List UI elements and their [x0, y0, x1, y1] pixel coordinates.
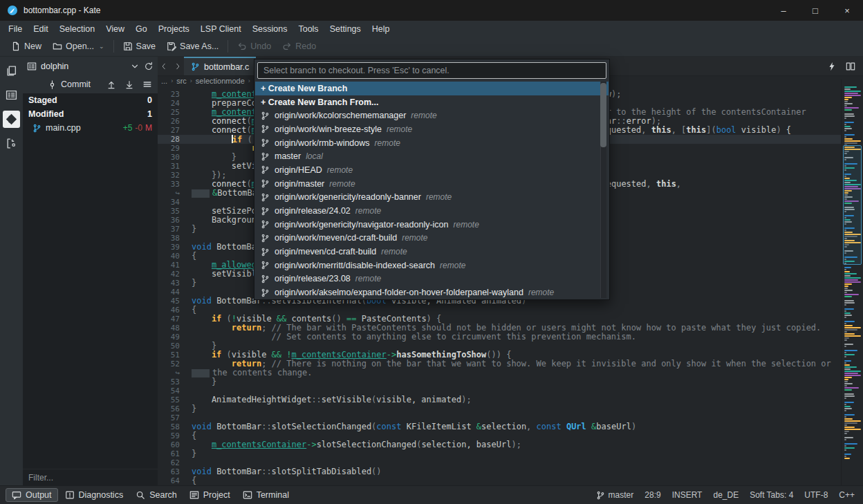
code-line[interactable]: 63void BottomBar::slotSplitTabDisabled(): [158, 467, 841, 476]
maximize-button[interactable]: □: [799, 0, 831, 21]
line-text: [184, 234, 192, 243]
split-view-icon[interactable]: [845, 62, 856, 71]
breadcrumb-item[interactable]: selectionmode: [196, 77, 245, 85]
tab-bottombar-cpp[interactable]: bottombar.c: [184, 57, 256, 75]
code-line[interactable]: 56}: [158, 404, 841, 413]
branch-name: origin/work/merritt/disable-indexed-sear…: [275, 261, 435, 270]
branch-item[interactable]: origin/masterremote: [255, 177, 609, 191]
tool-view-terminal[interactable]: Terminal: [237, 489, 295, 501]
create-new-branch[interactable]: + Create New Branch: [255, 82, 609, 95]
code-line[interactable]: 49 // Set contents to anything else to c…: [158, 333, 841, 342]
dock-git-icon[interactable]: [3, 111, 20, 128]
line-text: m_contentsContainer->slotSelectionChange…: [184, 440, 521, 449]
dock-symbols-icon[interactable]: [3, 135, 20, 152]
refresh-icon[interactable]: [144, 62, 154, 71]
tool-view-project[interactable]: Project: [184, 489, 236, 501]
save-button[interactable]: Save: [118, 39, 162, 54]
status-insert[interactable]: INSERT: [672, 490, 703, 500]
dock-file-list-icon[interactable]: [3, 86, 20, 104]
forward-icon[interactable]: [174, 62, 181, 71]
popup-scrollbar-thumb[interactable]: [600, 83, 606, 147]
new-button[interactable]: New: [6, 39, 47, 54]
code-line[interactable]: 60 m_contentsContainer->slotSelectionCha…: [158, 440, 841, 449]
branch-item[interactable]: origin/work/akselmo/expand-folder-on-hov…: [255, 286, 609, 299]
line-number: 35: [158, 207, 184, 216]
menu-file[interactable]: File: [3, 22, 28, 36]
line-number: 44: [158, 288, 184, 297]
tool-view-search[interactable]: Search: [130, 489, 183, 501]
menu-settings[interactable]: Settings: [324, 22, 366, 36]
redo-button[interactable]: Redo: [277, 39, 322, 54]
git-staged-row[interactable]: Staged0: [23, 93, 158, 107]
code-line[interactable]: 58void BottomBar::slotSelectionChanged(c…: [158, 422, 841, 431]
quick-open-icon[interactable]: [827, 62, 837, 71]
menu-help[interactable]: Help: [366, 22, 396, 36]
chevron-down-icon[interactable]: [130, 62, 140, 71]
push-icon[interactable]: [106, 80, 116, 89]
project-name[interactable]: dolphin: [41, 62, 68, 71]
menu-tools[interactable]: Tools: [293, 22, 324, 36]
code-line[interactable]: 55 AnimatedHeightWidget::setVisible(visi…: [158, 395, 841, 404]
menu-selection[interactable]: Selection: [54, 22, 100, 36]
code-line[interactable]: 53 }: [158, 377, 841, 386]
line-number: 29: [158, 144, 184, 153]
branch-item[interactable]: origin/release/23.08remote: [255, 272, 609, 286]
git-modified-row[interactable]: Modified1: [23, 107, 158, 121]
status-utf-8[interactable]: UTF-8: [804, 490, 828, 500]
status-soft-tabs-4[interactable]: Soft Tabs: 4: [750, 490, 793, 500]
git-branch-icon: [261, 274, 270, 283]
branch-item[interactable]: origin/work/rmb-windowsremote: [255, 136, 609, 150]
section-label: Modified: [28, 109, 64, 119]
code-line[interactable]: 61}: [158, 449, 841, 458]
branch-item[interactable]: origin/work/genericity/navigator-readonl…: [255, 218, 609, 232]
minimap-viewport[interactable]: [843, 145, 862, 265]
branch-item[interactable]: masterlocal: [255, 149, 609, 163]
menu-edit[interactable]: Edit: [28, 22, 54, 36]
branch-search-input[interactable]: Select branch to checkout. Press 'Esc' t…: [257, 62, 606, 79]
branch-item[interactable]: origin/work/kcolorschememanagerremote: [255, 109, 609, 122]
back-icon[interactable]: [160, 62, 167, 71]
branch-item[interactable]: origin/release/24.02remote: [255, 204, 609, 218]
pull-icon[interactable]: [124, 80, 134, 89]
branch-item[interactable]: origin/work/win-breeze-styleremote: [255, 122, 609, 136]
git-filter-input[interactable]: Filter...: [23, 469, 158, 485]
menu-view[interactable]: View: [100, 22, 130, 36]
menu-sessions[interactable]: Sessions: [247, 22, 293, 36]
branch-item[interactable]: origin/work/genericity/readonly-bannerre…: [255, 191, 609, 205]
status-de-de[interactable]: de_DE: [713, 490, 739, 500]
branch-item[interactable]: origin/work/meven/cd-craft-buildremote: [255, 232, 609, 245]
close-button[interactable]: ×: [831, 0, 863, 21]
undo-button[interactable]: Undo: [232, 39, 277, 54]
code-line[interactable]: ↪the contents change.: [158, 368, 841, 377]
minimap[interactable]: [841, 80, 863, 485]
section-count: 0: [147, 95, 152, 105]
minimize-button[interactable]: –: [768, 0, 799, 21]
menu-projects[interactable]: Projects: [153, 22, 195, 36]
menu-lsp-client[interactable]: LSP Client: [195, 22, 247, 36]
undo-icon: [237, 41, 247, 51]
branch-item[interactable]: origin/work/merritt/disable-indexed-sear…: [255, 259, 609, 272]
save-as-icon: [167, 41, 176, 51]
tool-view-diagnostics[interactable]: Diagnostics: [59, 489, 129, 501]
toolbar-separator: [228, 40, 228, 53]
git-menu-icon[interactable]: [142, 80, 152, 89]
branch-item[interactable]: origin/meven/cd-craft-buildremote: [255, 245, 609, 259]
breadcrumb-item[interactable]: src: [176, 77, 187, 85]
status-28-9[interactable]: 28:9: [644, 490, 660, 500]
line-text: }: [184, 279, 196, 288]
status-c[interactable]: C++: [839, 490, 855, 500]
breadcrumb-item[interactable]: ...: [161, 77, 167, 85]
save-as-button[interactable]: Save As...: [161, 39, 224, 54]
open-button[interactable]: Open...⌄: [47, 39, 110, 54]
line-number: 59: [158, 431, 184, 440]
git-file-row[interactable]: main.cpp+5-0M: [23, 121, 158, 135]
create-new-branch-from[interactable]: + Create New Branch From...: [255, 95, 609, 109]
status-master[interactable]: master: [596, 490, 634, 500]
search-icon: [136, 490, 145, 500]
menu-go[interactable]: Go: [130, 22, 153, 36]
commit-button[interactable]: Commit: [48, 80, 91, 89]
dock-documents-icon[interactable]: [3, 62, 20, 80]
tool-view-output[interactable]: Output: [6, 488, 58, 502]
branch-item[interactable]: origin/HEADremote: [255, 163, 609, 177]
branch-list: + Create New Branch+ Create New Branch F…: [255, 82, 609, 299]
